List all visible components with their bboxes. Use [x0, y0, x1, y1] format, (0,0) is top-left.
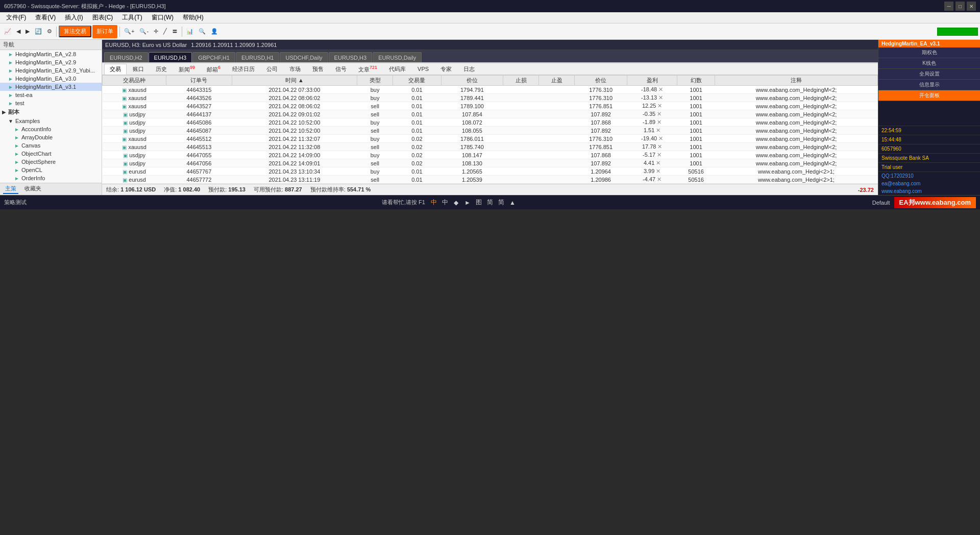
table-row[interactable]: ▣ xauusd 44643315 2021.04.22 07:33:00 bu… [103, 86, 878, 94]
tab-company[interactable]: 公司 [261, 64, 283, 75]
menu-chart[interactable]: 图表(C) [88, 12, 117, 23]
close-trade-icon[interactable]: ✕ [658, 86, 663, 92]
nav-item-ea5[interactable]: ► HedgingMartin_EA_v3.1 [0, 83, 102, 91]
close-trade-icon[interactable]: ✕ [657, 152, 662, 158]
line-button[interactable]: ╱ [161, 25, 169, 38]
nav-item-canvas[interactable]: ► Canvas [0, 141, 102, 150]
menu-view[interactable]: 查看(V) [31, 12, 60, 23]
close-trade-icon[interactable]: ✕ [658, 94, 663, 101]
rp-email[interactable]: ea@eabang.com [878, 180, 980, 187]
menu-file[interactable]: 文件(F) [2, 12, 30, 23]
new-order-button[interactable]: 新订单 [92, 25, 117, 38]
close-trade-icon[interactable]: ✕ [656, 160, 660, 166]
nav-item-accountinfo[interactable]: ► AccountInfo [0, 125, 102, 133]
menu-tools[interactable]: 工具(T) [118, 12, 146, 23]
close-trade-icon[interactable]: ✕ [656, 127, 660, 133]
rp-btn-open-panel[interactable]: 开仓面板 [878, 90, 980, 101]
table-row[interactable]: ▣ eurusd 44657767 2021.04.23 13:10:34 bu… [103, 167, 878, 176]
tab-signal[interactable]: 信号 [330, 64, 352, 75]
tab-calendar[interactable]: 经济日历 [227, 64, 260, 75]
refresh-button[interactable]: 🔄 [33, 25, 44, 38]
chart-tab-gbpchf-h1[interactable]: GBPCHF,H1 [192, 52, 235, 62]
menu-insert[interactable]: 插入(I) [61, 12, 87, 23]
nav-tab-main[interactable]: 主策 [3, 184, 18, 194]
table-row[interactable]: ▣ xauusd 44643527 2021.04.22 08:06:02 se… [103, 102, 878, 110]
chart-tab-eurusd-daily[interactable]: EURUSD,Daily [373, 52, 422, 62]
nav-item-objectsphere[interactable]: ► ObjectSphere [0, 158, 102, 166]
rp-qq[interactable]: QQ:17202910 [878, 172, 980, 180]
tab-expert[interactable]: 专家 [435, 64, 457, 75]
close-trade-icon[interactable]: ✕ [657, 103, 662, 109]
tab-account[interactable]: 账口 [127, 64, 150, 75]
close-trade-icon[interactable]: ✕ [657, 119, 662, 125]
tab-mail[interactable]: 邮箱6 [201, 63, 226, 75]
nav-item-ea6[interactable]: ► test-ea [0, 91, 102, 99]
nav-item-opencl[interactable]: ► OpenCL [0, 166, 102, 174]
rp-website[interactable]: www.eabang.com [878, 187, 980, 195]
tab-article[interactable]: 文章721 [353, 63, 383, 75]
table-row[interactable]: ▣ usdjpy 44644137 2021.04.22 09:01:02 se… [103, 110, 878, 118]
nav-item-ea2[interactable]: ► HedgingMartin_EA_v2.9 [0, 58, 102, 66]
close-trade-icon[interactable]: ✕ [657, 143, 662, 150]
algo-trade-button[interactable]: 算法交易 [59, 26, 91, 37]
menu-window[interactable]: 窗口(W) [148, 12, 178, 23]
zoom-out-button[interactable]: 🔍- [137, 25, 151, 38]
chart-tab-usdchf-daily[interactable]: USDCHF,Daily [280, 52, 328, 62]
profile-button[interactable]: 👤 [209, 25, 220, 38]
chart-tab-eurusd-h3-2[interactable]: EURUSD,H3 [329, 52, 373, 62]
nav-tab-favorites[interactable]: 收藏夹 [22, 184, 43, 194]
settings-button[interactable]: ⚙ [45, 25, 54, 38]
back-button[interactable]: ◀ [14, 25, 22, 38]
close-trade-icon[interactable]: ✕ [658, 135, 663, 141]
zoom-in-button[interactable]: 🔍+ [122, 25, 136, 38]
rp-btn-kline[interactable]: K线色 [878, 58, 980, 69]
nav-folder-examples[interactable]: ▼ Examples [0, 117, 102, 125]
tab-presale[interactable]: 预售 [307, 64, 329, 75]
crosshair-button[interactable]: ✛ [152, 25, 160, 38]
table-row[interactable]: ▣ usdjpy 44645087 2021.04.22 10:52:00 se… [103, 127, 878, 135]
tab-trade[interactable]: 交易 [104, 64, 127, 75]
period-button[interactable]: 〓 [170, 25, 180, 38]
close-trade-icon[interactable]: ✕ [657, 111, 662, 117]
chart-tab-eurusd-h2[interactable]: EURUSD,H2 [104, 52, 148, 62]
rp-btn-global[interactable]: 全局设置 [878, 69, 980, 80]
nav-item-ea3[interactable]: ► HedgingMartin_EA_v2.9_Yubi... [0, 66, 102, 75]
rp-btn-kcolor[interactable]: 期权色 [878, 47, 980, 58]
rp-btn-info[interactable]: 信息显示 [878, 80, 980, 90]
indicator-button[interactable]: 📊 [184, 25, 195, 38]
nav-item-ea7[interactable]: ► test [0, 99, 102, 107]
nav-item-orderinfo[interactable]: ► OrderInfo [0, 174, 102, 182]
new-chart-button[interactable]: 📈 [2, 25, 13, 38]
table-row[interactable]: ▣ usdjpy 44647056 2021.04.22 14:09:01 se… [103, 159, 878, 167]
nav-item-ea1[interactable]: ► HedgingMartin_EA_v2.8 [0, 50, 102, 58]
nav-item-ea4[interactable]: ► HedgingMartin_EA_v3.0 [0, 75, 102, 83]
close-button[interactable]: ✕ [967, 2, 976, 11]
minimize-button[interactable]: ─ [944, 2, 953, 11]
close-trade-icon[interactable]: ✕ [657, 176, 662, 182]
search-button[interactable]: 🔍 [197, 25, 208, 38]
nav-folder-fuben[interactable]: ▶ 副本 [0, 107, 102, 117]
chart-tab-eurusd-h3[interactable]: EURUSD,H3 [149, 52, 192, 62]
nav-item-arraydouble[interactable]: ► ArrayDouble [0, 133, 102, 141]
table-row[interactable]: ▣ xauusd 44643526 2021.04.22 08:06:02 bu… [103, 94, 878, 102]
forward-button[interactable]: ▶ [23, 25, 32, 38]
table-row[interactable]: ▣ xauusd 44645513 2021.04.22 11:32:08 se… [103, 143, 878, 151]
tab-vps[interactable]: VPS [412, 64, 434, 74]
td-order: 44644137 [166, 110, 232, 118]
table-row[interactable]: ▣ eurusd 44657772 2021.04.23 13:11:19 se… [103, 176, 878, 184]
td-vol: 0.01 [393, 110, 442, 118]
chart-tab-eurusd-h1[interactable]: EURUSD,H1 [236, 52, 280, 62]
menu-help[interactable]: 帮助(H) [179, 12, 208, 23]
table-row[interactable]: ▣ usdjpy 44645086 2021.04.22 10:52:00 bu… [103, 118, 878, 127]
maximize-button[interactable]: □ [955, 2, 965, 11]
tab-market[interactable]: 市场 [284, 64, 306, 75]
td-magic: 1001 [677, 118, 715, 127]
table-row[interactable]: ▣ usdjpy 44647055 2021.04.22 14:09:00 bu… [103, 151, 878, 159]
table-row[interactable]: ▣ xauusd 44645512 2021.04.22 11:32:07 bu… [103, 135, 878, 143]
tab-code[interactable]: 代码库 [383, 64, 411, 75]
tab-history[interactable]: 历史 [150, 64, 173, 75]
tab-news[interactable]: 新闻99 [173, 63, 201, 75]
close-trade-icon[interactable]: ✕ [656, 168, 660, 174]
nav-item-objectchart[interactable]: ► ObjectChart [0, 150, 102, 158]
tab-log[interactable]: 日志 [458, 64, 480, 75]
